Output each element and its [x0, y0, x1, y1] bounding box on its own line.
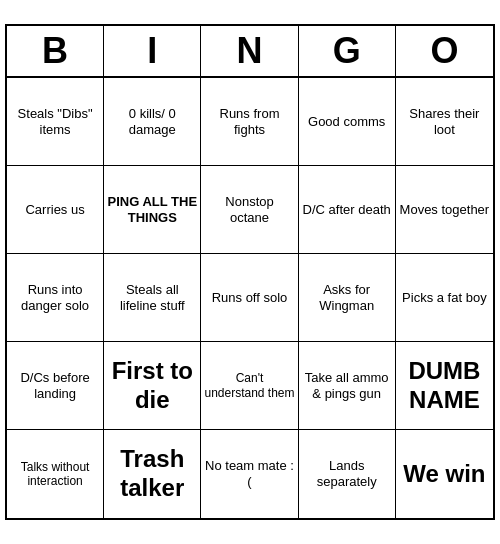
header-letter: B: [7, 26, 104, 76]
bingo-cell: D/C after death: [299, 166, 396, 254]
bingo-cell: 0 kills/ 0 damage: [104, 78, 201, 166]
header-letter: G: [299, 26, 396, 76]
bingo-cell: Take all ammo & pings gun: [299, 342, 396, 430]
bingo-cell: Shares their loot: [396, 78, 493, 166]
bingo-cell: Talks without interaction: [7, 430, 104, 518]
bingo-cell: Asks for Wingman: [299, 254, 396, 342]
bingo-cell: No team mate :(: [201, 430, 298, 518]
bingo-cell: Steals all lifeline stuff: [104, 254, 201, 342]
bingo-cell: Good comms: [299, 78, 396, 166]
bingo-cell: Can't understand them: [201, 342, 298, 430]
bingo-header: BINGO: [7, 26, 493, 78]
bingo-cell: PING ALL THE THINGS: [104, 166, 201, 254]
bingo-grid: Steals "Dibs" items0 kills/ 0 damageRuns…: [7, 78, 493, 518]
bingo-cell: Trash talker: [104, 430, 201, 518]
bingo-cell: Runs off solo: [201, 254, 298, 342]
header-letter: O: [396, 26, 493, 76]
bingo-cell: We win: [396, 430, 493, 518]
header-letter: N: [201, 26, 298, 76]
bingo-cell: Moves together: [396, 166, 493, 254]
bingo-cell: Carries us: [7, 166, 104, 254]
bingo-cell: D/Cs before landing: [7, 342, 104, 430]
bingo-cell: Lands separately: [299, 430, 396, 518]
bingo-cell: Picks a fat boy: [396, 254, 493, 342]
header-letter: I: [104, 26, 201, 76]
bingo-card: BINGO Steals "Dibs" items0 kills/ 0 dama…: [5, 24, 495, 520]
bingo-cell: DUMB NAME: [396, 342, 493, 430]
bingo-cell: First to die: [104, 342, 201, 430]
bingo-cell: Runs into danger solo: [7, 254, 104, 342]
bingo-cell: Steals "Dibs" items: [7, 78, 104, 166]
bingo-cell: Runs from fights: [201, 78, 298, 166]
bingo-cell: Nonstop octane: [201, 166, 298, 254]
